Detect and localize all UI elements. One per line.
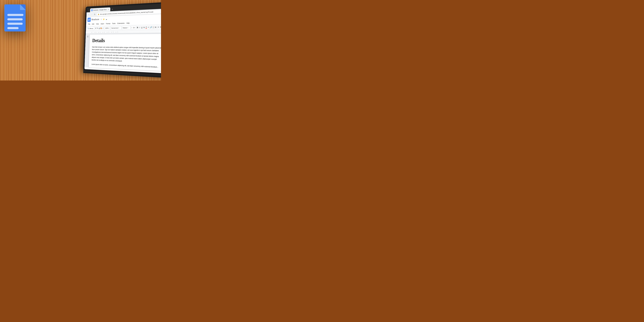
docs-icon-line-1 (7, 14, 24, 16)
tab-close-btn[interactable]: ✕ (108, 8, 109, 10)
document-heading: Details (92, 37, 161, 44)
menu-extensions[interactable]: Extensions (116, 22, 126, 25)
cloud-icon[interactable]: ☁ (106, 18, 107, 20)
folder-icon[interactable]: 📁 (103, 18, 105, 20)
strikethrough-btn[interactable]: S̶ (143, 26, 145, 29)
text-color-btn[interactable]: A (145, 26, 147, 29)
docs-title[interactable]: Brochure (92, 18, 99, 21)
toolbar-sep-2 (104, 27, 104, 30)
font-value: Roboto (123, 27, 127, 29)
zoom-select[interactable]: 150% ▾ (104, 26, 110, 30)
underline-btn[interactable]: U (141, 26, 143, 29)
secure-icon: 🔒 (98, 13, 100, 15)
forward-btn[interactable]: → (90, 13, 93, 16)
align-btn[interactable]: ≡ (157, 25, 159, 29)
menu-tools[interactable]: Tools (111, 22, 116, 25)
google-docs-icon (4, 4, 28, 32)
docs-logo (88, 18, 91, 22)
font-select[interactable]: Roboto ▾ (122, 26, 130, 30)
docs-icon-line-4 (7, 27, 18, 29)
paint-btn[interactable]: 🎨 (100, 27, 102, 30)
highlight-btn[interactable]: ✏ (148, 26, 150, 29)
menu-view[interactable]: View (95, 22, 100, 25)
italic-btn[interactable]: I (139, 26, 141, 29)
zoom-value: 150% (105, 27, 108, 29)
print-btn[interactable]: 🖨 (98, 27, 100, 30)
menus-label: Menus (90, 28, 93, 29)
link-btn[interactable]: 🔗 (150, 26, 152, 29)
spell-btn[interactable]: ✓ (102, 27, 104, 30)
docs-icon-line-2 (7, 18, 23, 20)
list-sidebar-icon[interactable]: ☰ (87, 36, 88, 38)
bold-btn[interactable]: B (136, 26, 138, 30)
image-btn[interactable]: ⬜ (152, 25, 154, 29)
document-area: ☰ Details Nam liber tempor cum soluta no… (84, 33, 161, 71)
laptop: ⋮ Brochure - Google Docs ✕ + ← → ↻ 🔒 (83, 2, 161, 78)
toolbar-sep-6 (136, 26, 136, 29)
back-btn[interactable]: ← (87, 13, 90, 16)
docs-icon-line-3 (7, 23, 23, 25)
font-size-increase[interactable]: + (136, 26, 136, 29)
table-btn[interactable]: ⊞ (155, 25, 157, 29)
star-icon[interactable]: ☆ (100, 18, 102, 20)
toolbar-sep-4 (122, 26, 122, 29)
undo-btn[interactable]: ↶ (95, 27, 96, 30)
list-bullet-btn[interactable]: ☰ (160, 25, 161, 29)
menu-format[interactable]: Format (105, 22, 111, 25)
toolbar-sep-1 (95, 27, 95, 30)
tab-title: Brochure - Google Docs (94, 9, 107, 11)
refresh-btn[interactable]: ↻ (94, 13, 96, 16)
menu-edit[interactable]: Edit (91, 23, 95, 25)
menu-insert[interactable]: Insert (100, 22, 105, 25)
tab-favicon (91, 9, 93, 11)
redo-btn[interactable]: ↷ (97, 27, 98, 30)
toolbar-sep-7 (150, 26, 150, 29)
font-size-control: − 20 + (131, 26, 136, 30)
menu-file[interactable]: File (87, 23, 91, 26)
menu-help[interactable]: Help (126, 22, 130, 24)
menus-search-btn[interactable]: 🔍 Menus (86, 27, 94, 30)
document-paragraph-2: Lorem ipsum dolor sit amet, consectetuer… (91, 63, 161, 69)
document-page[interactable]: Details Nam liber tempor cum soluta nobi… (89, 34, 161, 71)
new-tab-btn[interactable]: + (111, 8, 114, 11)
font-size-value[interactable]: 20 (132, 27, 136, 28)
text-style-select[interactable]: Normal text ▾ (110, 26, 121, 30)
document-paragraph-1: Nam liber tempor cum soluta nobis eleife… (92, 46, 161, 64)
tab-menu-icon[interactable]: ⋮ (88, 9, 90, 12)
text-style-value: Normal text (112, 27, 118, 29)
